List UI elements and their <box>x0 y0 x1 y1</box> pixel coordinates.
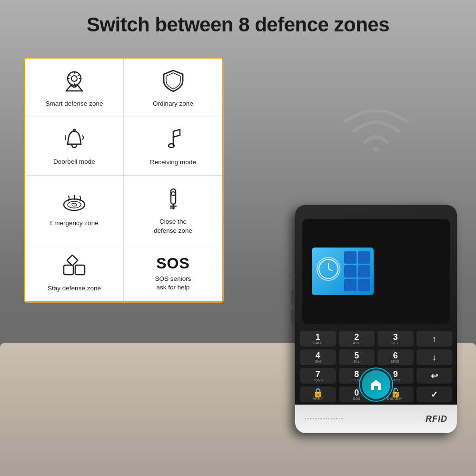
lcd-btn-3 <box>344 265 357 278</box>
svg-line-9 <box>78 85 82 91</box>
zone-ordinary: Ordinary zone <box>124 59 222 117</box>
key-button[interactable]: 7PQRS <box>300 368 336 384</box>
svg-line-8 <box>66 85 71 91</box>
svg-point-1 <box>71 76 77 81</box>
key-button[interactable]: 4GHI <box>300 349 336 365</box>
zones-grid: Smart defense zone Ordinary zone <box>25 59 222 301</box>
key-button[interactable]: ↩ <box>416 368 453 384</box>
zone-close-defense-label: Close the defense zone <box>154 218 192 235</box>
zone-emergency-label: Emergency zone <box>50 219 98 228</box>
svg-point-22 <box>171 192 175 196</box>
key-button[interactable]: ↓ <box>416 349 453 365</box>
svg-rect-18 <box>171 189 176 204</box>
lcd-buttons-area <box>343 250 371 293</box>
lcd-btn-1 <box>344 251 357 264</box>
zone-close-defense: Close the defense zone <box>124 176 222 244</box>
zone-smart-defense: Smart defense zone <box>25 59 124 117</box>
svg-point-15 <box>64 199 85 210</box>
zone-stay-defense: Stay defense zone <box>25 244 124 301</box>
svg-line-6 <box>69 74 70 76</box>
home-button[interactable] <box>362 370 390 399</box>
key-button[interactable]: 🔒ARM# <box>300 387 336 402</box>
zone-emergency: Emergency zone <box>25 176 124 244</box>
key-button[interactable]: 3DEF <box>377 331 414 347</box>
svg-line-7 <box>79 74 80 76</box>
zone-receiving-label: Receiving mode <box>150 158 196 167</box>
zone-sos-label: SOS seniors ask for help <box>155 275 191 292</box>
side-button-2[interactable] <box>291 309 295 324</box>
zone-stay-defense-label: Stay defense zone <box>48 284 101 293</box>
security-panel-device: 1CALL2ABC3DEF↑4GHI5JKL6MNO↓7PQRS8TUV9WXY… <box>295 205 457 433</box>
svg-rect-23 <box>64 265 73 275</box>
svg-line-28 <box>328 269 332 271</box>
svg-point-0 <box>68 72 81 85</box>
key-button[interactable]: 1CALL <box>300 331 336 347</box>
key-button[interactable]: 5JKL <box>339 349 375 365</box>
music-note-icon <box>163 128 184 154</box>
panel-screen <box>302 219 450 324</box>
panel-bottom-strip: RFID <box>295 405 457 433</box>
key-button[interactable]: 2ABC <box>339 331 375 347</box>
head-gear-icon <box>62 69 86 96</box>
lcd-btn-2 <box>358 251 370 264</box>
svg-rect-25 <box>67 255 78 266</box>
zone-doorbell-label: Doorbell mode <box>53 158 95 166</box>
key-button[interactable]: 6MNO <box>377 349 414 365</box>
sos-icon: SOS <box>156 256 190 271</box>
wifi-wall-icon <box>338 105 414 164</box>
svg-point-16 <box>68 201 81 208</box>
lcd-btn-5 <box>344 279 357 291</box>
shapes-icon <box>62 255 87 280</box>
background: Switch between 8 defence zones <box>0 0 476 476</box>
rfid-label: RFID <box>426 414 447 424</box>
side-button-1[interactable] <box>291 290 295 305</box>
zone-sos: SOS SOS seniors ask for help <box>124 244 222 301</box>
key-button[interactable]: ✓ <box>416 387 453 402</box>
page-title: Switch between 8 defence zones <box>0 13 476 36</box>
panel-outer: 1CALL2ABC3DEF↑4GHI5JKL6MNO↓7PQRS8TUV9WXY… <box>295 205 457 433</box>
lcd-btn-4 <box>358 265 370 278</box>
zone-smart-defense-label: Smart defense zone <box>46 99 103 108</box>
key-button[interactable]: ↑ <box>416 331 453 347</box>
lcd-btn-6 <box>358 279 370 291</box>
zones-card: Smart defense zone Ordinary zone <box>24 57 224 303</box>
svg-point-17 <box>72 203 77 206</box>
zone-receiving: Receiving mode <box>124 117 222 176</box>
zone-doorbell: Doorbell mode <box>25 117 124 176</box>
smoke-detector-icon <box>62 194 87 215</box>
shield-icon <box>162 69 184 96</box>
speaker-grille <box>305 413 343 425</box>
zone-ordinary-label: Ordinary zone <box>153 99 193 108</box>
lcd-clock <box>317 257 340 281</box>
svg-rect-24 <box>75 265 85 275</box>
lcd-display <box>312 248 374 295</box>
key-icon <box>164 186 182 214</box>
bell-icon <box>63 128 86 154</box>
